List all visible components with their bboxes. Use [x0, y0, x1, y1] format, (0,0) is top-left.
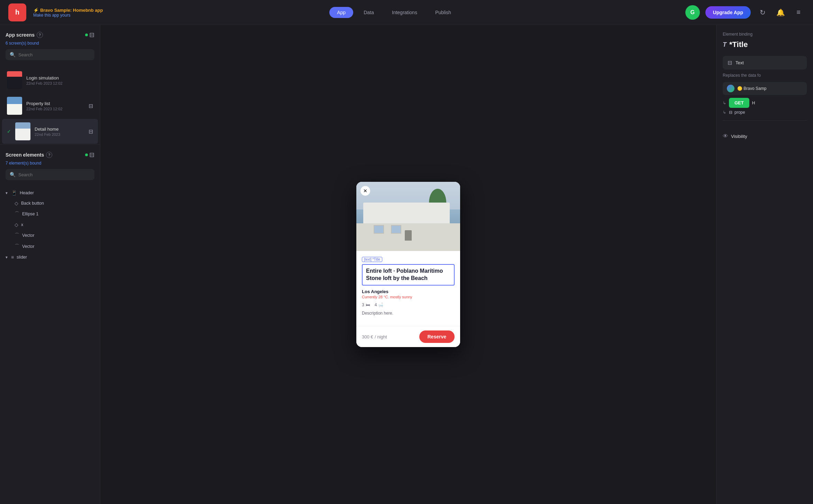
replaces-text: Replaces the data fo [723, 73, 807, 78]
screens-search-input[interactable] [18, 52, 90, 57]
screen-item-property[interactable]: Property list 22nd Feb 2023 12:02 ⊟ [2, 93, 98, 118]
property-card: ✕ [text] *Title Entire loft · Poblano Ma… [356, 182, 460, 347]
arrow-icon2: ▼ [5, 255, 8, 259]
screens-bound-count: 6 screen(s) bound [6, 41, 94, 46]
get-row: ↳ GET H [723, 98, 807, 108]
screen-item-login[interactable]: Login simulation 22nd Feb 2023 12:02 [2, 68, 98, 93]
app-screens-header: App screens ? ⊟ [6, 31, 94, 39]
screens-search-box: 🔍 [6, 49, 94, 60]
make-yours-link[interactable]: Make this app yours [33, 13, 103, 18]
screen-elements-section: Screen elements ? ⊟ 7 element(s) bound 🔍 [0, 145, 100, 504]
screen-thumb-login [7, 71, 22, 89]
brand-info: ⚡ Bravo Sample: Homebnb app Make this ap… [33, 7, 103, 18]
left-sidebar: App screens ? ⊟ 6 screen(s) bound 🔍 [0, 25, 100, 504]
panel-divider [723, 120, 807, 121]
nav-tabs: App Data Integrations Publish [110, 7, 678, 18]
tab-data[interactable]: Data [356, 7, 382, 18]
element-name-text: *Title [729, 40, 748, 49]
tree-label: Vector [22, 233, 34, 238]
elements-bound-count: 7 element(s) bound [6, 161, 94, 166]
window-shape2 [391, 225, 401, 234]
elements-tree: ▼ 📱 Header ◇ Back button ⌒ Ellipse 1 ◇ [0, 188, 100, 500]
stack-icon-sm: ⊟ [89, 103, 93, 109]
tab-publish[interactable]: Publish [428, 7, 459, 18]
arrow-icon: ▼ [5, 191, 8, 195]
ds-avatar [727, 85, 734, 92]
screen-date: 22nd Feb 2023 [35, 132, 84, 137]
indent-arrow2: ↳ [723, 110, 726, 115]
baths-count: 4 [375, 302, 377, 307]
elements-search-input[interactable] [18, 172, 90, 177]
app-title: ⚡ Bravo Sample: Homebnb app [33, 7, 103, 13]
upgrade-button[interactable]: Upgrade App [705, 6, 751, 19]
property-name: prope [734, 110, 745, 115]
screen-name: Login simulation [26, 75, 93, 81]
right-panel-inner: Element binding T *Title ⊟ Text Replaces… [716, 25, 813, 133]
vector-icon3: ⌒ [15, 243, 19, 250]
app-screens-section: App screens ? ⊟ 6 screen(s) bound 🔍 [0, 25, 100, 68]
tab-integrations[interactable]: Integrations [384, 7, 425, 18]
screen-elements-header: Screen elements ? ⊟ 7 element(s) bound 🔍 [0, 145, 100, 188]
tree-item-x[interactable]: ◇ x [2, 220, 98, 230]
screen-name: Detail home [35, 127, 84, 132]
property-chain: ⊟ prope [729, 110, 745, 115]
screen-info-property: Property list 22nd Feb 2023 12:02 [26, 101, 84, 111]
refresh-button[interactable]: ↻ [756, 6, 769, 19]
element-binding-title: Element binding [723, 32, 807, 37]
more-button[interactable]: ≡ [792, 6, 805, 19]
property-row: ↳ ⊟ prope [723, 110, 807, 115]
top-navigation: h ⚡ Bravo Sample: Homebnb app Make this … [0, 0, 813, 25]
user-avatar[interactable]: G [685, 5, 700, 20]
app-screens-badge: ⊟ [85, 31, 94, 39]
tree-item-vector1[interactable]: ⌒ Vector [2, 230, 98, 241]
get-button[interactable]: GET [729, 98, 749, 108]
tree-item-ellipse[interactable]: ⌒ Ellipse 1 [2, 208, 98, 220]
stack-icon2: ⊟ [89, 151, 94, 159]
drop-icon2: ◇ [15, 222, 18, 227]
price-unit: / night [375, 334, 387, 339]
ds-name: 🟡 Bravo Samp [737, 86, 766, 91]
baths-amenity: 4 🛁 [375, 302, 384, 307]
close-button[interactable]: ✕ [360, 186, 370, 196]
tree-item-header[interactable]: ▼ 📱 Header [2, 188, 98, 198]
canvas-area: ✕ [text] *Title Entire loft · Poblano Ma… [100, 25, 716, 504]
app-screens-info[interactable]: ? [37, 32, 43, 38]
screen-item-detail[interactable]: ✓ Detail home 22nd Feb 2023 ⊟ [2, 119, 98, 144]
tree-item-back[interactable]: ◇ Back button [2, 198, 98, 208]
tree-label: slider [17, 255, 27, 260]
tree-item-slider[interactable]: ▼ ≡ slider [2, 252, 98, 262]
elements-section-header: Screen elements ? ⊟ [6, 151, 94, 159]
brand-logo: h [8, 3, 26, 21]
beds-amenity: 3 🛏 [362, 302, 370, 307]
thumb-inner [15, 122, 30, 140]
tab-app[interactable]: App [329, 7, 353, 18]
indent-arrow1: ↳ [723, 101, 726, 105]
visibility-row: 👁 Visibility [716, 133, 813, 139]
data-source-row: 🟡 Bravo Samp [723, 82, 807, 95]
notification-button[interactable]: 🔔 [774, 6, 787, 19]
tree-item-vector2[interactable]: ⌒ Vector [2, 241, 98, 252]
thumb-inner [7, 97, 22, 115]
elements-info[interactable]: ? [46, 152, 52, 158]
price-display: 300 € / night [362, 334, 387, 340]
drop-icon: ◇ [15, 200, 18, 206]
binding-stack-icon: ⊟ [728, 59, 732, 66]
main-layout: App screens ? ⊟ 6 screen(s) bound 🔍 [0, 25, 813, 504]
stack-icon: ⊟ [89, 31, 94, 39]
tree-label: Header [20, 190, 34, 195]
tree-label: Vector [22, 244, 34, 249]
method-label: H [752, 101, 755, 105]
screen-name: Property list [26, 101, 84, 106]
beds-count: 3 [362, 302, 364, 307]
screen-thumb-detail [15, 122, 30, 140]
tree-label: x [21, 222, 23, 227]
check-icon: ✓ [7, 129, 11, 134]
reserve-button[interactable]: Reserve [419, 330, 455, 343]
title-highlighted-box: Entire loft · Poblano Marítimo Stone lof… [362, 264, 455, 286]
property-image: ✕ [356, 182, 460, 251]
door-shape [405, 230, 412, 241]
visibility-label: Visibility [731, 134, 747, 139]
screen-list: Login simulation 22nd Feb 2023 12:02 Pro… [0, 68, 100, 144]
screen-info-login: Login simulation 22nd Feb 2023 12:02 [26, 75, 93, 85]
app-screens-title: App screens ? [6, 32, 43, 38]
